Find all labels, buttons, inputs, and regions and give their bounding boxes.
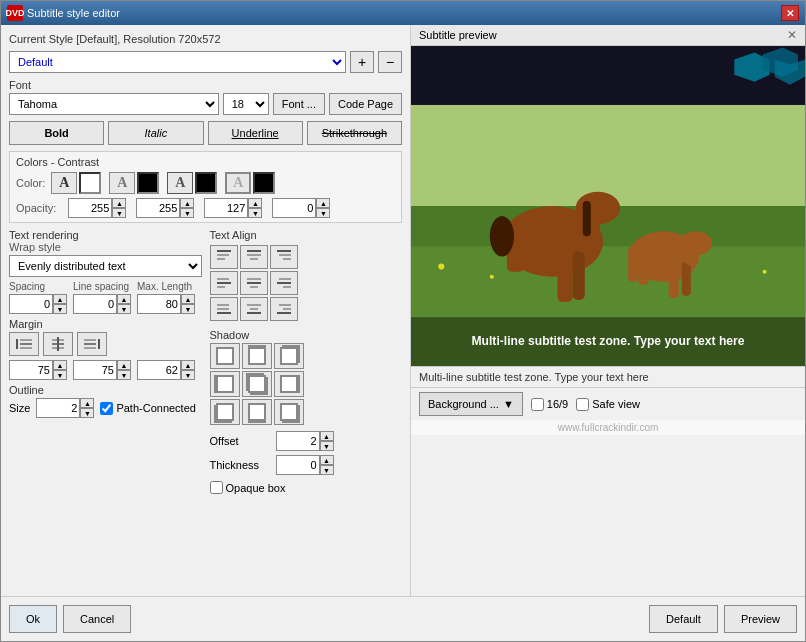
margin-bottom-input[interactable] <box>137 360 181 380</box>
margin-bottom-up[interactable]: ▲ <box>181 360 195 370</box>
preview-button[interactable]: Preview <box>724 605 797 633</box>
svg-rect-28 <box>277 282 291 284</box>
svg-rect-60 <box>682 262 691 296</box>
opacity3-up[interactable]: ▲ <box>248 198 262 208</box>
line-spacing-label: Line spacing <box>73 281 131 292</box>
align-bot-right-button[interactable] <box>270 297 298 321</box>
align-bot-center-button[interactable] <box>240 297 268 321</box>
color1-swatch[interactable] <box>79 172 101 194</box>
color4-icon[interactable]: A <box>225 172 251 194</box>
margin-right-input[interactable] <box>73 360 117 380</box>
opacity4-input[interactable] <box>272 198 316 218</box>
color1-icon[interactable]: A <box>51 172 77 194</box>
margin-left-up[interactable]: ▲ <box>53 360 67 370</box>
shadow-tr-button[interactable] <box>274 343 304 369</box>
margin-bottom-down[interactable]: ▼ <box>181 370 195 380</box>
opacity1-down[interactable]: ▼ <box>112 208 126 218</box>
shadow-top-button[interactable] <box>242 343 272 369</box>
shadow-center-button[interactable] <box>242 371 272 397</box>
spacing-up[interactable]: ▲ <box>53 294 67 304</box>
preview-video-area: Multi-line subtitle test zone. Type your… <box>411 46 805 366</box>
checkbox-16-9[interactable]: 16/9 <box>531 398 568 411</box>
max-length-input[interactable] <box>137 294 181 314</box>
font-button[interactable]: Font ... <box>273 93 325 115</box>
color2-swatch[interactable] <box>137 172 159 194</box>
shadow-bottom-button[interactable] <box>242 399 272 425</box>
margin-left-down[interactable]: ▼ <box>53 370 67 380</box>
wrap-style-select[interactable]: Evenly distributed text <box>9 255 202 277</box>
align-mid-right-button[interactable] <box>270 271 298 295</box>
shadow-right-button[interactable] <box>274 371 304 397</box>
spacing-down[interactable]: ▼ <box>53 304 67 314</box>
opaque-box-checkbox[interactable]: Opaque box <box>210 481 286 494</box>
path-connected-checkbox[interactable]: Path-Connected <box>100 402 196 415</box>
align-mid-center-button[interactable] <box>240 271 268 295</box>
bold-button[interactable]: Bold <box>9 121 104 145</box>
preview-close-button[interactable]: ✕ <box>787 28 797 42</box>
offset-down[interactable]: ▼ <box>320 441 334 451</box>
add-style-button[interactable]: + <box>350 51 374 73</box>
opacity2-input[interactable] <box>136 198 180 218</box>
preview-controls: Background ... ▼ 16/9 Safe view <box>411 387 805 420</box>
align-mid-left-button[interactable] <box>210 271 238 295</box>
line-spacing-input[interactable] <box>73 294 117 314</box>
offset-up[interactable]: ▲ <box>320 431 334 441</box>
offset-input[interactable] <box>276 431 320 451</box>
align-bot-left-button[interactable] <box>210 297 238 321</box>
spacing-label: Spacing <box>9 281 67 292</box>
svg-point-46 <box>763 270 767 274</box>
shadow-none-button[interactable] <box>210 343 240 369</box>
style-select[interactable]: Default <box>9 51 346 73</box>
font-size-select[interactable]: 18 <box>223 93 269 115</box>
code-page-button[interactable]: Code Page <box>329 93 402 115</box>
max-length-up[interactable]: ▲ <box>181 294 195 304</box>
opacity1-input[interactable] <box>68 198 112 218</box>
color3-swatch[interactable] <box>195 172 217 194</box>
underline-button[interactable]: Underline <box>208 121 303 145</box>
italic-button[interactable]: Italic <box>108 121 203 145</box>
svg-rect-8 <box>98 339 100 349</box>
margin-left-icon[interactable] <box>9 332 39 356</box>
outline-size-up[interactable]: ▲ <box>80 398 94 408</box>
opacity3-input[interactable] <box>204 198 248 218</box>
spacing-input[interactable] <box>9 294 53 314</box>
cancel-button[interactable]: Cancel <box>63 605 131 633</box>
outline-size-input[interactable] <box>36 398 80 418</box>
margin-right-icon[interactable] <box>77 332 107 356</box>
outline-size-down[interactable]: ▼ <box>80 408 94 418</box>
opacity4-up[interactable]: ▲ <box>316 198 330 208</box>
opacity2-down[interactable]: ▼ <box>180 208 194 218</box>
margin-right-down[interactable]: ▼ <box>117 370 131 380</box>
background-button[interactable]: Background ... ▼ <box>419 392 523 416</box>
opacity2-up[interactable]: ▲ <box>180 198 194 208</box>
font-name-select[interactable]: Tahoma <box>9 93 219 115</box>
margin-left-input[interactable] <box>9 360 53 380</box>
window-close-button[interactable]: ✕ <box>781 5 799 21</box>
ok-button[interactable]: Ok <box>9 605 57 633</box>
shadow-left-button[interactable] <box>210 371 240 397</box>
align-top-left-button[interactable] <box>210 245 238 269</box>
remove-style-button[interactable]: − <box>378 51 402 73</box>
checkbox-safe-view[interactable]: Safe view <box>576 398 640 411</box>
color3-icon[interactable]: A <box>167 172 193 194</box>
preview-panel-header: Subtitle preview ✕ <box>411 25 805 46</box>
color4-swatch[interactable] <box>253 172 275 194</box>
thickness-input[interactable] <box>276 455 320 475</box>
color2-icon[interactable]: A <box>109 172 135 194</box>
opacity3-down[interactable]: ▼ <box>248 208 262 218</box>
opacity1-up[interactable]: ▲ <box>112 198 126 208</box>
default-button[interactable]: Default <box>649 605 718 633</box>
shadow-bl-button[interactable] <box>210 399 240 425</box>
margin-right-up[interactable]: ▲ <box>117 360 131 370</box>
align-top-center-button[interactable] <box>240 245 268 269</box>
opacity4-down[interactable]: ▼ <box>316 208 330 218</box>
thickness-up[interactable]: ▲ <box>320 455 334 465</box>
thickness-down[interactable]: ▼ <box>320 465 334 475</box>
line-spacing-down[interactable]: ▼ <box>117 304 131 314</box>
align-top-right-button[interactable] <box>270 245 298 269</box>
max-length-down[interactable]: ▼ <box>181 304 195 314</box>
shadow-br-button[interactable] <box>274 399 304 425</box>
line-spacing-up[interactable]: ▲ <box>117 294 131 304</box>
strikethrough-button[interactable]: Strikethrough <box>307 121 402 145</box>
margin-center-icon[interactable] <box>43 332 73 356</box>
